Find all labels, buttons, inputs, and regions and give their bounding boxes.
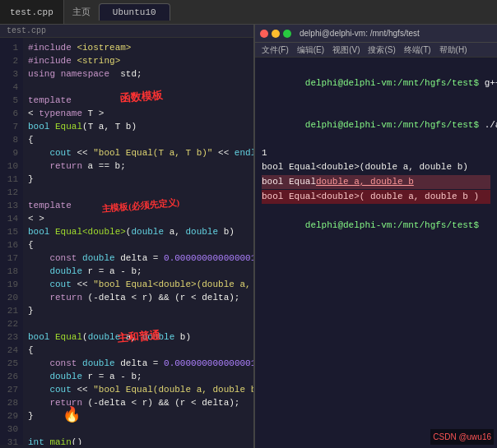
terminal-menu: 文件(F) 编辑(E) 视图(V) 搜索(S) 终端(T) 帮助(H): [255, 43, 497, 58]
maximize-dot[interactable]: [283, 30, 291, 38]
main-content: test.cpp 12345 678910 1112131415 1617181…: [0, 25, 497, 448]
tab-file-label: test.cpp: [10, 7, 53, 17]
term-line-2: delphi@delphi-vm:/mnt/hgfs/test$ ./a.out: [262, 104, 490, 146]
watermark: CSDN @uwu16: [430, 429, 494, 445]
menu-view[interactable]: 视图(V): [332, 44, 360, 56]
minimize-dot[interactable]: [272, 30, 280, 38]
close-dot[interactable]: [260, 30, 268, 38]
terminal-top-bar: delphi@delphi-vm: /mnt/hgfs/test: [255, 25, 497, 43]
term-highlight-1: bool Equaldouble a, double b: [262, 175, 490, 189]
term-line-last: delphi@delphi-vm:/mnt/hgfs/test$: [262, 205, 490, 247]
term-line-4: bool Equal<double>(double a, double b): [262, 160, 490, 174]
code-body[interactable]: 12345 678910 1112131415 1617181920 21222…: [0, 38, 253, 445]
menu-edit[interactable]: 编辑(E): [297, 44, 324, 56]
terminal-title: delphi@delphi-vm: /mnt/hgfs/test: [300, 29, 420, 38]
code-panel: test.cpp 12345 678910 1112131415 1617181…: [0, 25, 255, 448]
terminal-body[interactable]: delphi@delphi-vm:/mnt/hgfs/test$ g++ tes…: [255, 58, 497, 448]
ubuntu-tab[interactable]: Ubuntu10: [99, 3, 170, 21]
menu-terminal[interactable]: 终端(T): [404, 44, 431, 56]
term-line-3: 1: [262, 146, 490, 160]
main-tab[interactable]: 主页: [72, 6, 91, 18]
term-line-1: delphi@delphi-vm:/mnt/hgfs/test$ g++ tes…: [262, 62, 490, 104]
line-numbers: 12345 678910 1112131415 1617181920 21222…: [0, 38, 23, 445]
code-header: test.cpp: [0, 25, 253, 38]
terminal-panel: delphi@delphi-vm: /mnt/hgfs/test 文件(F) 编…: [255, 25, 497, 448]
code-content: #include <iostream> #include <string> us…: [23, 38, 253, 445]
tab-file[interactable]: test.cpp: [0, 0, 64, 24]
menu-file[interactable]: 文件(F): [262, 44, 289, 56]
term-highlight-2: bool Equal<double>( double a, double b ): [262, 190, 490, 204]
menu-help[interactable]: 帮助(H): [439, 44, 467, 56]
top-bar: test.cpp 主页 Ubuntu10: [0, 0, 497, 25]
menu-search[interactable]: 搜索(S): [368, 44, 395, 56]
tab-right-bar: 主页 Ubuntu10: [64, 0, 497, 24]
